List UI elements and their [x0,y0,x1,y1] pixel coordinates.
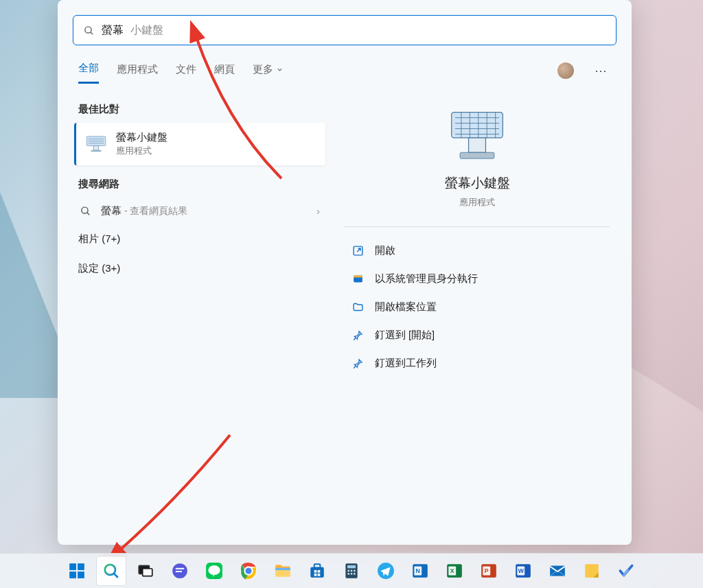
shield-admin-icon [352,273,364,285]
action-pin-taskbar-label: 釘選到工作列 [375,357,437,370]
user-avatar[interactable] [557,62,574,79]
chevron-right-icon: › [316,205,320,217]
svg-rect-7 [91,150,102,152]
action-open-location[interactable]: 開啟檔案位置 [345,294,610,320]
mail-icon [549,562,566,580]
svg-rect-25 [69,563,76,570]
tab-more[interactable]: 更多 [253,59,284,83]
svg-point-49 [347,570,349,572]
taskbar-task-view-button[interactable] [131,556,160,585]
search-typed-text: 螢幕 [102,23,124,38]
taskbar-powerpoint-button[interactable]: P [474,556,503,585]
taskbar-word-button[interactable]: W [509,556,538,585]
taskbar-todo-button[interactable] [612,556,641,585]
svg-rect-40 [275,568,290,570]
chat-icon [171,562,189,580]
search-icon [83,25,95,36]
taskbar-calculator-button[interactable] [337,556,366,585]
svg-rect-43 [314,570,317,573]
svg-point-50 [351,570,353,572]
taskbar: N X P W [0,553,703,588]
svg-text:P: P [485,567,489,574]
svg-rect-24 [354,276,362,278]
word-icon: W [514,562,532,580]
svg-text:X: X [450,567,454,574]
office-app-icon: N [411,562,429,580]
svg-line-1 [91,32,93,34]
todo-icon [617,562,635,580]
svg-text:N: N [416,567,420,574]
svg-rect-46 [318,574,321,576]
action-pin-start[interactable]: 釘選到 [開始] [345,322,610,348]
best-match-heading: 最佳比對 [78,103,321,116]
action-run-admin[interactable]: 以系統管理員身分執行 [345,266,610,292]
taskbar-onenote-button[interactable]: N [406,556,435,585]
svg-line-9 [87,213,89,215]
svg-rect-6 [93,146,99,150]
action-open-location-label: 開啟檔案位置 [375,301,437,314]
svg-point-8 [82,207,88,213]
file-explorer-icon [274,562,292,580]
windows-search-panel: 螢幕小鍵盤 全部 應用程式 文件 網頁 更多 ⋯ 最佳比對 [58,0,632,545]
svg-point-53 [351,573,353,575]
chevron-down-icon [276,66,284,73]
preview-title: 螢幕小鍵盤 [445,174,510,192]
tab-documents[interactable]: 文件 [176,59,196,83]
tab-all[interactable]: 全部 [78,58,99,84]
search-suggestion-text: 小鍵盤 [130,23,163,38]
sticky-notes-icon [583,562,601,580]
svg-point-29 [105,565,115,575]
taskbar-store-button[interactable] [303,556,332,585]
tab-apps[interactable]: 應用程式 [117,59,158,83]
more-options-button[interactable]: ⋯ [592,63,611,78]
tab-web[interactable]: 網頁 [214,59,235,83]
taskbar-telegram-button[interactable] [371,556,400,585]
taskbar-sticky-notes-button[interactable] [577,556,606,585]
line-app-icon [205,562,223,580]
best-match-result[interactable]: 螢幕小鍵盤 應用程式 [74,123,325,165]
preview-column: 螢幕小鍵盤 應用程式 開啟 以系統管理員身分執行 [339,91,615,531]
folder-icon [352,301,364,314]
settings-results-link[interactable]: 設定 (3+) [74,254,325,283]
taskbar-chat-button[interactable] [165,556,194,585]
search-icon [102,562,120,580]
excel-icon: X [446,562,463,580]
taskbar-mail-button[interactable] [543,556,572,585]
chrome-icon [240,562,257,580]
best-match-title: 螢幕小鍵盤 [116,131,168,144]
action-run-admin-label: 以系統管理員身分執行 [375,272,478,285]
search-input[interactable]: 螢幕小鍵盤 [73,15,616,45]
svg-point-51 [354,570,356,572]
filter-tabs: 全部 應用程式 文件 網頁 更多 ⋯ [58,52,632,84]
svg-rect-21 [460,152,494,158]
microsoft-store-icon [308,562,326,580]
svg-rect-27 [69,572,76,578]
tab-more-label: 更多 [253,63,273,76]
svg-rect-20 [469,138,486,152]
taskbar-start-button[interactable] [62,556,91,585]
action-open[interactable]: 開啟 [345,238,610,263]
action-open-label: 開啟 [375,244,395,257]
action-pin-taskbar[interactable]: 釘選到工作列 [345,351,610,376]
open-icon [352,245,364,257]
svg-text:W: W [518,567,525,574]
best-match-subtitle: 應用程式 [116,145,168,157]
svg-rect-48 [347,565,356,568]
preview-subtitle: 應用程式 [459,196,495,209]
taskbar-search-button[interactable] [97,556,126,585]
onscreen-keyboard-icon [86,134,106,154]
svg-point-35 [208,565,220,575]
calculator-icon [343,562,360,580]
svg-rect-44 [318,570,321,573]
web-term: 螢幕 [101,204,122,216]
svg-rect-26 [78,563,84,570]
taskbar-explorer-button[interactable] [268,556,297,585]
taskbar-line-button[interactable] [200,556,229,585]
svg-point-37 [245,567,251,574]
taskbar-excel-button[interactable]: X [440,556,469,585]
searchbar-container: 螢幕小鍵盤 [58,0,632,52]
photos-results-link[interactable]: 相片 (7+) [74,224,325,254]
web-search-result[interactable]: 螢幕 - 查看網頁結果 › [74,198,325,224]
svg-point-0 [85,26,91,32]
taskbar-chrome-button[interactable] [234,556,263,585]
